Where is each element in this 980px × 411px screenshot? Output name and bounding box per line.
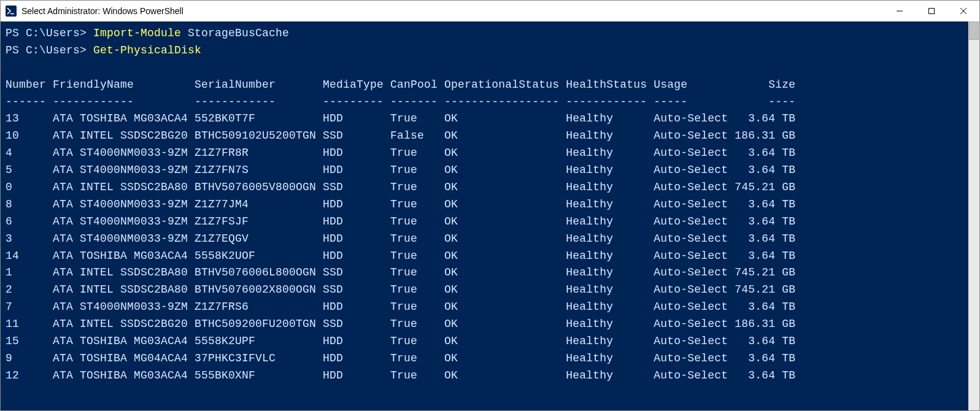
terminal-output[interactable]: PS C:\Users> Import-Module StorageBusCac…	[1, 21, 968, 410]
close-button[interactable]	[947, 1, 979, 21]
maximize-button[interactable]	[916, 1, 947, 21]
powershell-icon	[6, 6, 17, 17]
powershell-window: Select Administrator: Windows PowerShell…	[0, 0, 980, 411]
terminal-area: PS C:\Users> Import-Module StorageBusCac…	[1, 21, 979, 410]
titlebar[interactable]: Select Administrator: Windows PowerShell	[1, 1, 979, 21]
scrollbar-thumb[interactable]	[969, 21, 979, 40]
vertical-scrollbar[interactable]	[968, 21, 979, 410]
minimize-button[interactable]	[884, 1, 916, 21]
svg-rect-3	[929, 9, 935, 14]
window-title: Select Administrator: Windows PowerShell	[21, 6, 183, 16]
